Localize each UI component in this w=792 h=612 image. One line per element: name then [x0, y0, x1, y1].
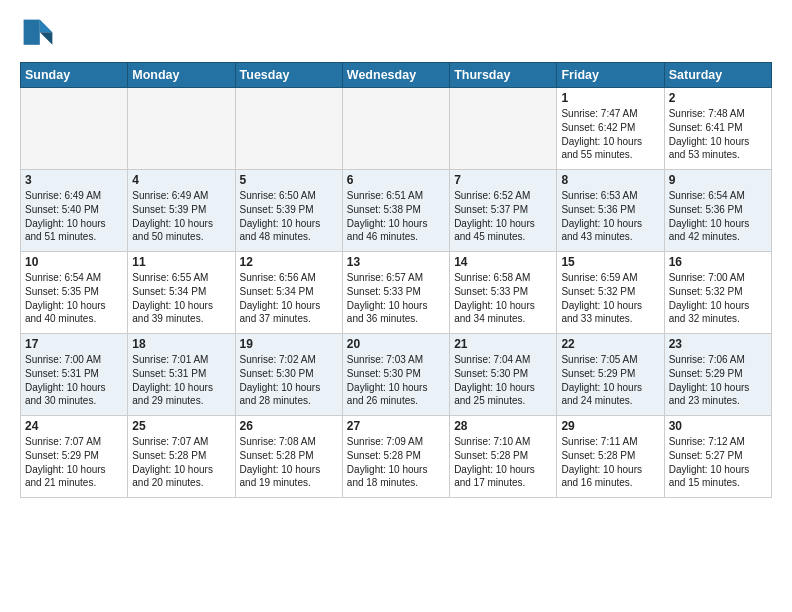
calendar-cell: 8Sunrise: 6:53 AMSunset: 5:36 PMDaylight… — [557, 170, 664, 252]
calendar-cell: 5Sunrise: 6:50 AMSunset: 5:39 PMDaylight… — [235, 170, 342, 252]
calendar-cell: 3Sunrise: 6:49 AMSunset: 5:40 PMDaylight… — [21, 170, 128, 252]
day-number: 29 — [561, 419, 659, 433]
day-info: Sunrise: 6:53 AMSunset: 5:36 PMDaylight:… — [561, 189, 659, 244]
day-number: 5 — [240, 173, 338, 187]
day-number: 26 — [240, 419, 338, 433]
day-number: 28 — [454, 419, 552, 433]
weekday-header-tuesday: Tuesday — [235, 63, 342, 88]
day-info: Sunrise: 6:59 AMSunset: 5:32 PMDaylight:… — [561, 271, 659, 326]
calendar-cell: 23Sunrise: 7:06 AMSunset: 5:29 PMDayligh… — [664, 334, 771, 416]
day-number: 7 — [454, 173, 552, 187]
day-number: 15 — [561, 255, 659, 269]
day-number: 25 — [132, 419, 230, 433]
calendar-cell: 4Sunrise: 6:49 AMSunset: 5:39 PMDaylight… — [128, 170, 235, 252]
day-info: Sunrise: 7:00 AMSunset: 5:32 PMDaylight:… — [669, 271, 767, 326]
calendar-cell: 15Sunrise: 6:59 AMSunset: 5:32 PMDayligh… — [557, 252, 664, 334]
week-row-4: 17Sunrise: 7:00 AMSunset: 5:31 PMDayligh… — [21, 334, 772, 416]
calendar-cell: 7Sunrise: 6:52 AMSunset: 5:37 PMDaylight… — [450, 170, 557, 252]
day-info: Sunrise: 6:56 AMSunset: 5:34 PMDaylight:… — [240, 271, 338, 326]
calendar-cell: 29Sunrise: 7:11 AMSunset: 5:28 PMDayligh… — [557, 416, 664, 498]
weekday-header-sunday: Sunday — [21, 63, 128, 88]
day-number: 12 — [240, 255, 338, 269]
day-info: Sunrise: 6:50 AMSunset: 5:39 PMDaylight:… — [240, 189, 338, 244]
day-info: Sunrise: 6:58 AMSunset: 5:33 PMDaylight:… — [454, 271, 552, 326]
svg-rect-2 — [24, 20, 40, 45]
calendar-cell — [342, 88, 449, 170]
calendar-cell: 12Sunrise: 6:56 AMSunset: 5:34 PMDayligh… — [235, 252, 342, 334]
day-info: Sunrise: 7:11 AMSunset: 5:28 PMDaylight:… — [561, 435, 659, 490]
week-row-5: 24Sunrise: 7:07 AMSunset: 5:29 PMDayligh… — [21, 416, 772, 498]
svg-marker-0 — [40, 20, 53, 33]
calendar-cell: 27Sunrise: 7:09 AMSunset: 5:28 PMDayligh… — [342, 416, 449, 498]
calendar-cell: 16Sunrise: 7:00 AMSunset: 5:32 PMDayligh… — [664, 252, 771, 334]
day-info: Sunrise: 7:07 AMSunset: 5:29 PMDaylight:… — [25, 435, 123, 490]
day-number: 23 — [669, 337, 767, 351]
day-info: Sunrise: 7:05 AMSunset: 5:29 PMDaylight:… — [561, 353, 659, 408]
day-number: 27 — [347, 419, 445, 433]
day-number: 4 — [132, 173, 230, 187]
day-info: Sunrise: 7:00 AMSunset: 5:31 PMDaylight:… — [25, 353, 123, 408]
calendar-cell: 10Sunrise: 6:54 AMSunset: 5:35 PMDayligh… — [21, 252, 128, 334]
page: SundayMondayTuesdayWednesdayThursdayFrid… — [0, 0, 792, 510]
day-info: Sunrise: 7:01 AMSunset: 5:31 PMDaylight:… — [132, 353, 230, 408]
header — [20, 16, 772, 52]
calendar-cell: 22Sunrise: 7:05 AMSunset: 5:29 PMDayligh… — [557, 334, 664, 416]
calendar-cell: 26Sunrise: 7:08 AMSunset: 5:28 PMDayligh… — [235, 416, 342, 498]
week-row-2: 3Sunrise: 6:49 AMSunset: 5:40 PMDaylight… — [21, 170, 772, 252]
week-row-1: 1Sunrise: 7:47 AMSunset: 6:42 PMDaylight… — [21, 88, 772, 170]
day-info: Sunrise: 7:12 AMSunset: 5:27 PMDaylight:… — [669, 435, 767, 490]
day-number: 11 — [132, 255, 230, 269]
day-number: 13 — [347, 255, 445, 269]
weekday-header-saturday: Saturday — [664, 63, 771, 88]
calendar-cell: 17Sunrise: 7:00 AMSunset: 5:31 PMDayligh… — [21, 334, 128, 416]
calendar-cell: 2Sunrise: 7:48 AMSunset: 6:41 PMDaylight… — [664, 88, 771, 170]
day-number: 17 — [25, 337, 123, 351]
day-info: Sunrise: 7:08 AMSunset: 5:28 PMDaylight:… — [240, 435, 338, 490]
day-number: 16 — [669, 255, 767, 269]
day-number: 14 — [454, 255, 552, 269]
calendar-cell: 20Sunrise: 7:03 AMSunset: 5:30 PMDayligh… — [342, 334, 449, 416]
svg-marker-1 — [40, 32, 53, 45]
calendar-cell — [21, 88, 128, 170]
day-number: 24 — [25, 419, 123, 433]
day-number: 20 — [347, 337, 445, 351]
day-number: 1 — [561, 91, 659, 105]
day-number: 6 — [347, 173, 445, 187]
calendar-cell — [450, 88, 557, 170]
day-info: Sunrise: 6:51 AMSunset: 5:38 PMDaylight:… — [347, 189, 445, 244]
weekday-header-thursday: Thursday — [450, 63, 557, 88]
day-number: 8 — [561, 173, 659, 187]
week-row-3: 10Sunrise: 6:54 AMSunset: 5:35 PMDayligh… — [21, 252, 772, 334]
day-number: 2 — [669, 91, 767, 105]
calendar-cell: 28Sunrise: 7:10 AMSunset: 5:28 PMDayligh… — [450, 416, 557, 498]
day-info: Sunrise: 7:02 AMSunset: 5:30 PMDaylight:… — [240, 353, 338, 408]
day-info: Sunrise: 7:09 AMSunset: 5:28 PMDaylight:… — [347, 435, 445, 490]
day-info: Sunrise: 6:57 AMSunset: 5:33 PMDaylight:… — [347, 271, 445, 326]
calendar-cell: 21Sunrise: 7:04 AMSunset: 5:30 PMDayligh… — [450, 334, 557, 416]
logo — [20, 16, 60, 52]
day-number: 30 — [669, 419, 767, 433]
day-info: Sunrise: 6:54 AMSunset: 5:36 PMDaylight:… — [669, 189, 767, 244]
day-number: 10 — [25, 255, 123, 269]
calendar: SundayMondayTuesdayWednesdayThursdayFrid… — [20, 62, 772, 498]
calendar-cell: 1Sunrise: 7:47 AMSunset: 6:42 PMDaylight… — [557, 88, 664, 170]
calendar-cell: 19Sunrise: 7:02 AMSunset: 5:30 PMDayligh… — [235, 334, 342, 416]
day-info: Sunrise: 7:07 AMSunset: 5:28 PMDaylight:… — [132, 435, 230, 490]
weekday-header-wednesday: Wednesday — [342, 63, 449, 88]
weekday-header-row: SundayMondayTuesdayWednesdayThursdayFrid… — [21, 63, 772, 88]
calendar-cell: 9Sunrise: 6:54 AMSunset: 5:36 PMDaylight… — [664, 170, 771, 252]
weekday-header-friday: Friday — [557, 63, 664, 88]
calendar-cell — [128, 88, 235, 170]
calendar-cell: 24Sunrise: 7:07 AMSunset: 5:29 PMDayligh… — [21, 416, 128, 498]
day-info: Sunrise: 6:49 AMSunset: 5:39 PMDaylight:… — [132, 189, 230, 244]
calendar-cell: 18Sunrise: 7:01 AMSunset: 5:31 PMDayligh… — [128, 334, 235, 416]
day-info: Sunrise: 7:48 AMSunset: 6:41 PMDaylight:… — [669, 107, 767, 162]
day-number: 3 — [25, 173, 123, 187]
day-info: Sunrise: 7:06 AMSunset: 5:29 PMDaylight:… — [669, 353, 767, 408]
calendar-cell: 13Sunrise: 6:57 AMSunset: 5:33 PMDayligh… — [342, 252, 449, 334]
day-info: Sunrise: 6:52 AMSunset: 5:37 PMDaylight:… — [454, 189, 552, 244]
day-number: 9 — [669, 173, 767, 187]
calendar-cell: 11Sunrise: 6:55 AMSunset: 5:34 PMDayligh… — [128, 252, 235, 334]
logo-icon — [20, 16, 56, 52]
day-info: Sunrise: 6:49 AMSunset: 5:40 PMDaylight:… — [25, 189, 123, 244]
